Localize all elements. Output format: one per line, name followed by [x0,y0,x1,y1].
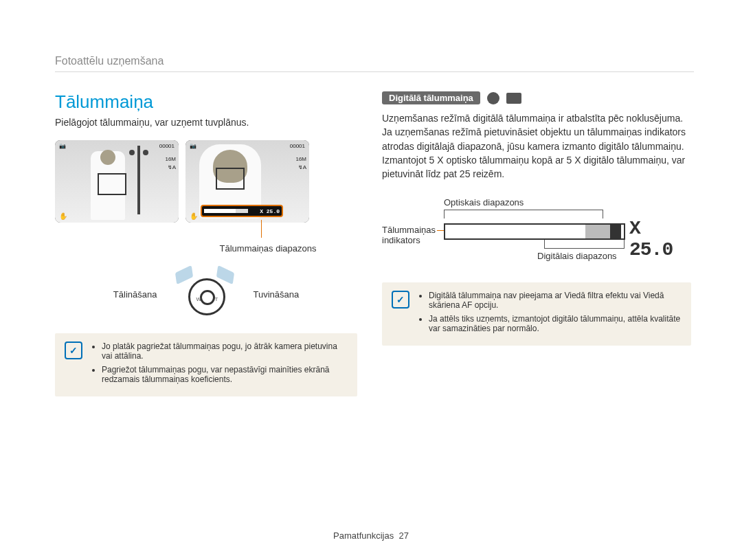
section-pill: Digitālā tālummaiņa [382,91,480,104]
preview-wide: 📷 00001 16M ↯A ✋ [55,140,179,223]
note-item: Jo platāk pagriežat tālummaiņas pogu, jo… [102,341,348,361]
dial-t: T [215,296,218,302]
camera-mode-icon: 📷 [59,143,66,149]
zoom-range-bar [444,223,625,240]
counter: 00001 [290,143,305,149]
zoom-diagram: Optiskais diapazons Tālummaiņas indikato… [382,197,691,273]
hud-right: 16M ↯A [165,155,176,172]
note-icon: ✓ [65,341,82,359]
label-zoom-out: Tālināšana [113,289,157,300]
arrow-right-icon [216,265,234,284]
page-footer: Pamatfunkcijas 27 [0,530,742,541]
note-list: Jo platāk pagriežat tālummaiņas pogu, jo… [91,341,348,388]
label-digital-range: Digitālais diapazons [537,251,617,261]
arrow-left-icon [175,265,193,284]
note-item: Ja attēls tiks uzņemts, izmantojot digit… [429,314,682,333]
note-box-left: ✓ Jo platāk pagriežat tālummaiņas pogu, … [55,333,357,396]
intro-text: Pielāgojot tālummaiņu, var uzņemt tuvplā… [55,117,357,128]
zoom-value: X 25.0 [629,218,691,260]
digital-zoom-text: Uzņemšanas režīmā digitālā tālummaiņa ir… [382,111,691,181]
zoom-bar: X 25.0 [201,205,283,217]
label-optical-range: Optiskais diapazons [444,197,524,208]
label-zoom-indicator: Tālummaiņas indikators [382,225,437,245]
label-zoom-in: Tuvināšana [253,289,299,300]
note-box-right: ✓ Digitālā tālummaiņa nav pieejama ar Vi… [382,282,691,346]
note-item: Digitālā tālummaiņa nav pieejama ar Vied… [429,291,682,310]
preview-thumbnails: 📷 00001 16M ↯A ✋ 📷 0000 [55,140,357,223]
mode-program-icon [487,92,499,104]
stabilizer-icon: ✋ [59,212,67,220]
page-title: Tālummaiņa [55,91,357,113]
camera-mode-icon: 📷 [190,143,196,149]
dial-w: W [196,296,201,302]
footer-section: Pamatfunkcijas [333,530,394,541]
note-list: Digitālā tālummaiņa nav pieejama ar Vied… [418,291,682,337]
breadcrumb: Fotoattēlu uzņemšana [55,55,694,72]
hud-right: 16M ↯A [295,155,306,172]
footer-page: 27 [398,530,408,541]
note-icon: ✓ [392,291,409,309]
counter: 00001 [159,143,175,149]
note-item: Pagriežot tālummaiņas pogu, var nepastāv… [102,365,348,384]
zoom-dial: W T [173,273,236,315]
preview-tele: 📷 00001 16M ↯A ✋ X 25.0 [186,140,309,223]
zoom-bar-value: X 25.0 [260,208,280,214]
label-zoom-range: Tālummaiņas diapazons [179,243,357,254]
mode-scene-icon [506,93,521,104]
stabilizer-icon: ✋ [190,212,198,220]
